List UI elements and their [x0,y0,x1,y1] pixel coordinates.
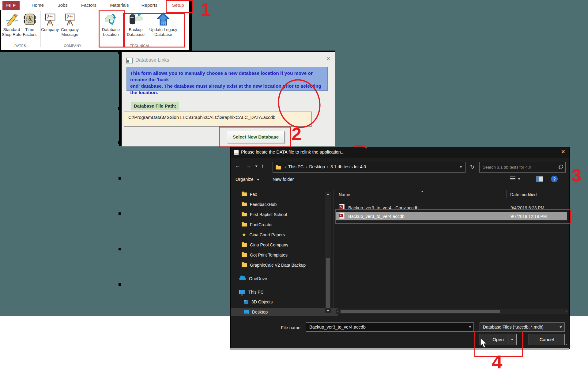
resize-handle[interactable] [119,177,121,180]
tab-setup[interactable]: Setup [172,2,184,8]
address-dropdown-chevron-icon[interactable] [460,166,462,168]
file-name-chevron-icon[interactable] [469,326,471,328]
recent-locations-chevron-icon[interactable] [255,166,258,167]
sidebar-item-got-print-templates[interactable]: Got Print Templates [231,251,335,259]
sidebar-item-fontcreator[interactable]: FontCreator [231,220,335,229]
column-divider[interactable] [506,190,507,198]
tab-factors[interactable]: Factors [81,2,96,8]
file-date-modified: 9/7/2019 12:18 PM [511,214,547,219]
open-dropdown-icon[interactable] [511,339,513,340]
file-row-backup-ver3-to-ver4-copy-accdb[interactable]: ABackup_ver3_to_ver4 - Copy.accdb9/4/201… [336,204,567,212]
cancel-button[interactable]: Cancel [529,334,565,345]
resize-handle[interactable] [119,248,121,250]
clock-icon [21,11,39,27]
sidebar-item-this-pc[interactable]: This PC [231,288,333,296]
close-icon[interactable]: × [326,55,330,62]
file-row-backup-ver3-to-ver4-accdb[interactable]: ABackup_ver3_to_ver4.accdb9/7/2019 12:18… [336,212,567,220]
sidebar-item-onedrive[interactable]: OneDrive [231,274,333,283]
ribbon-left-border [0,10,1,50]
ribbon-button-label: Shop Rate [0,32,23,37]
up-icon[interactable]: ↑ [261,163,264,169]
breadcrumb-desktop[interactable]: Desktop [309,164,325,169]
back-icon[interactable]: ← [235,163,240,169]
scroll-left-icon[interactable]: ‹ [337,309,338,314]
ribbon-button-company-message[interactable]: CompanyMessage [59,11,81,37]
ribbon-button-label: Message [59,32,81,37]
ribbon-button-label: Database [124,32,148,37]
breadcrumb-3-1-db-tests-for-4-0[interactable]: 3.1 db tests for 4.0 [330,164,366,169]
resize-grip[interactable] [563,343,567,346]
ribbon-button-label: Factors [21,32,39,37]
organize-chevron-icon [257,179,259,181]
ribbon-button-database-location[interactable]: DatabaseLocation [98,11,123,37]
ribbon-button-label: Database [98,27,123,32]
ribbon-button-standard-shop-rate[interactable]: StandardShop Rate [0,11,23,37]
file-name: Backup_ver3_to_ver4 - Copy.accdb [348,205,418,210]
view-list-icon[interactable] [510,177,515,181]
open-button[interactable]: Open [480,334,517,345]
tab-home[interactable]: Home [32,2,44,8]
ribbon-button-backup-database[interactable]: BackupDatabase [124,11,148,37]
sidebar-item-fax[interactable]: Fax [231,190,335,199]
column-header-date-modified[interactable]: Date modified [510,192,537,197]
easel-icon [40,11,60,27]
resize-handle[interactable] [118,141,121,144]
resize-handle[interactable] [119,283,121,286]
scroll-down-icon[interactable] [327,310,329,312]
refresh-icon[interactable]: ↻ [467,162,477,173]
file-dialog-bottom-edge [230,348,569,350]
database-file-path-value: C:\ProgramData\MSSion LLC\GraphixCALC\Gr… [128,115,275,120]
scroll-right-icon[interactable]: › [565,309,567,314]
horizontal-scrollbar-thumb[interactable] [341,310,500,313]
tab-materials[interactable]: Materials [110,2,129,8]
sort-ascending-icon[interactable] [421,191,424,192]
search-input[interactable] [479,162,566,173]
folder-icon [242,192,247,196]
resize-handle[interactable] [118,107,121,110]
horizontal-scrollbar[interactable]: ‹ › [336,309,568,314]
ribbon-button-label: Update Legacy [145,27,181,32]
sidebar-item-gina-pool-company[interactable]: Gina Pool Company [231,241,335,249]
screenshot-canvas: FILE HomeJobsFactorsMaterialsReportsSetu… [0,0,588,373]
column-header-name[interactable]: Name [339,192,350,197]
file-type-chevron-icon [560,326,562,328]
address-bar[interactable]: ›This PC›Desktop›3.1 db tests for 4.0 [273,162,466,173]
tab-jobs[interactable]: Jobs [58,2,68,8]
folder-icon [242,253,247,257]
resize-handle[interactable] [119,212,121,215]
sidebar-scrollbar-thumb[interactable] [326,258,330,308]
close-icon[interactable]: × [561,148,565,156]
sidebar-item-desktop[interactable]: Desktop [231,308,338,316]
file-name-input[interactable] [306,322,474,332]
file-open-dialog: Please locate the DATA file to relink th… [230,147,570,349]
sidebar-item-feedbackhub[interactable]: FeedbackHub [231,200,335,209]
ribbon-group-label-technical: TECHNICAL [130,44,150,48]
breadcrumb-this-pc[interactable]: This PC [288,164,303,169]
new-folder-button[interactable]: New folder [273,177,294,182]
tab-reports[interactable]: Reports [141,2,158,8]
help-icon[interactable]: ? [551,176,558,182]
dblinks-left-border [119,51,122,146]
tab-file[interactable]: FILE [2,1,20,10]
folder-icon [276,166,281,169]
select-new-database-button[interactable]: Select New Database [227,131,285,143]
annotation-step-2: 2 [292,125,301,143]
scroll-up-icon[interactable] [327,193,329,195]
sidebar-item-first-baptist-school[interactable]: First Baptist School [231,210,335,219]
sidebar-item-gina-court-papers[interactable]: ★Gina Court Papers [231,230,335,239]
file-type-select[interactable]: Database Files (*.accdb, *.mdb) [480,322,565,332]
ribbon-button-label: Location [98,32,123,37]
ribbon-button-label: Standard [0,27,23,32]
dblinks-top-border [119,51,335,52]
ribbon-button-company[interactable]: Company [40,11,60,37]
view-chevron-icon[interactable] [518,178,520,180]
ribbon-button-update-legacy-database[interactable]: Update LegacyDatabase [145,11,181,37]
preview-pane-icon[interactable] [536,176,543,182]
sidebar-item-3d-objects[interactable]: 3D Objects [231,298,338,306]
forward-icon[interactable]: → [246,163,251,169]
organize-menu[interactable]: Organize [236,177,254,182]
resize-handle[interactable] [118,51,121,54]
sidebar-item-graphixcalc-v2-data-backup[interactable]: GraphixCalc V2 Data Backup [231,261,335,269]
ribbon-button-time-factors[interactable]: TimeFactors [21,11,39,37]
ribbon-button-label: Company [40,27,60,32]
